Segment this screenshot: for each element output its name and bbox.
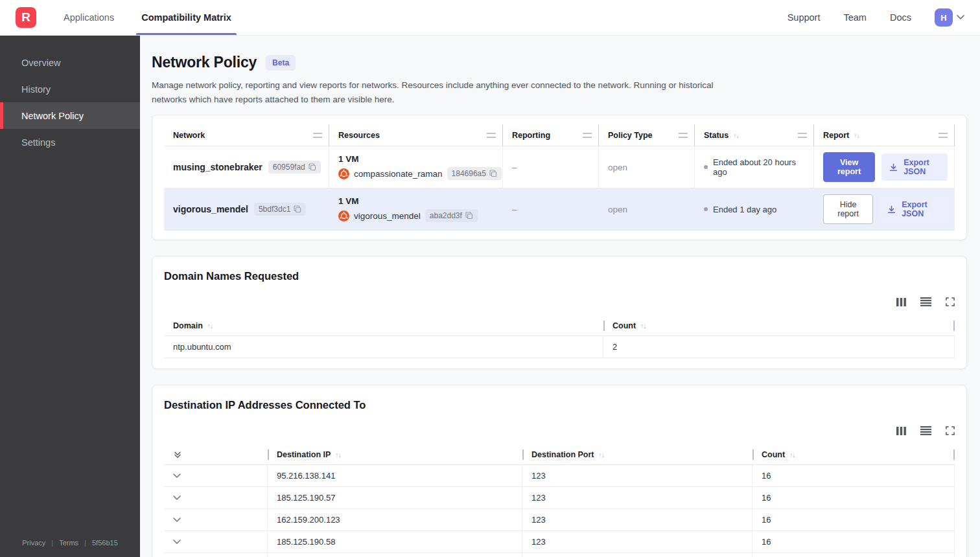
network-name: musing_stonebraker (173, 162, 262, 172)
column-header-reporting[interactable]: Reporting (503, 124, 599, 146)
destinations-table-body: 95.216.138.141 123 16 185.125.190.57 123… (164, 465, 955, 557)
columns-icon[interactable] (896, 298, 906, 306)
sort-icon[interactable]: ↑↓ (789, 451, 795, 459)
chevron-down-icon[interactable] (173, 473, 181, 479)
sidebar: Overview History Network Policy Settings… (0, 36, 140, 557)
copy-icon[interactable] (465, 212, 473, 220)
columns-icon[interactable] (896, 427, 906, 435)
domains-table-header: Domain ↑↓ Count ↑↓ (164, 316, 955, 336)
column-label: Policy Type (608, 131, 653, 140)
sort-icon[interactable]: ↑↓ (854, 131, 859, 139)
fullscreen-icon[interactable] (946, 426, 955, 435)
page-description: Manage network policy, reporting and vie… (152, 78, 722, 106)
chevron-down-icon (957, 15, 964, 20)
count-cell: 16 (752, 531, 955, 552)
column-header-report[interactable]: Report ↑↓ (814, 124, 955, 146)
column-drag-handle-icon[interactable] (939, 133, 948, 138)
resources-count: 1 VM (338, 196, 359, 206)
copy-icon[interactable] (489, 170, 497, 177)
network-row: musing_stonebraker 60959fad 1 VM compass… (164, 146, 955, 188)
tab-applications[interactable]: Applications (64, 0, 114, 35)
row-expander[interactable] (164, 465, 268, 486)
chevron-down-icon[interactable] (173, 517, 181, 523)
terms-link[interactable]: Terms (59, 539, 78, 547)
sort-icon[interactable]: ↑↓ (335, 451, 341, 459)
row-expander[interactable] (164, 487, 268, 508)
column-header-policy-type[interactable]: Policy Type (599, 124, 695, 146)
view-report-button[interactable]: View report (823, 152, 875, 182)
column-drag-handle-icon[interactable] (313, 133, 322, 138)
destination-ip-cell: 185.125.190.58 (268, 531, 522, 552)
row-expander[interactable] (164, 553, 268, 557)
user-menu[interactable]: H (935, 8, 964, 27)
destination-row: 95.216.100.21 123 16 (164, 553, 955, 557)
sidebar-item-network-policy[interactable]: Network Policy (0, 102, 140, 129)
sidebar-item-settings[interactable]: Settings (0, 129, 140, 155)
sort-icon[interactable]: ↑↓ (640, 322, 646, 330)
row-expander[interactable] (164, 531, 268, 552)
privacy-link[interactable]: Privacy (22, 539, 45, 547)
app-logo[interactable]: R (16, 7, 36, 28)
destination-port-cell: 123 (522, 465, 752, 486)
export-json-button[interactable]: Export JSON (881, 153, 948, 181)
status-dot (704, 165, 708, 169)
column-drag-handle-icon[interactable] (583, 133, 592, 138)
export-json-button[interactable]: Export JSON (880, 196, 948, 223)
fullscreen-icon[interactable] (946, 297, 955, 306)
network-id-badge[interactable]: 5bdf3dc1 (254, 203, 306, 216)
rows-icon[interactable] (920, 426, 931, 435)
status-text: Ended about 20 hours ago (713, 157, 807, 177)
column-drag-handle-icon[interactable] (679, 133, 688, 138)
column-drag-handle-icon[interactable] (798, 133, 807, 138)
sort-icon[interactable]: ↑↓ (733, 131, 739, 139)
column-header-resources[interactable]: Resources (329, 124, 503, 146)
resource-id: aba2dd3f (430, 211, 462, 220)
network-name: vigorous_mendel (173, 204, 248, 214)
copy-icon[interactable] (294, 205, 301, 213)
column-header-domain[interactable]: Domain ↑↓ (164, 316, 603, 335)
sidebar-item-history[interactable]: History (0, 76, 140, 102)
column-header-destination-port[interactable]: Destination Port ↑↓ (522, 445, 752, 464)
expand-all-header[interactable] (164, 445, 268, 464)
column-label: Destination Port (531, 450, 594, 459)
export-json-label: Export JSON (904, 158, 940, 176)
column-label: Reporting (512, 131, 550, 140)
link-docs[interactable]: Docs (890, 12, 911, 23)
column-drag-handle-icon[interactable] (487, 133, 496, 138)
card-title: Domain Names Requested (164, 270, 955, 282)
column-header-count[interactable]: Count ↑↓ (752, 445, 955, 464)
sort-icon[interactable]: ↑↓ (599, 451, 605, 459)
rows-icon[interactable] (920, 297, 931, 306)
copy-icon[interactable] (309, 163, 316, 171)
double-chevron-down-icon[interactable] (173, 450, 182, 459)
page-title: Network Policy (152, 54, 257, 71)
destination-port-cell: 123 (522, 531, 752, 552)
top-navigation-bar: R Applications Compatibility Matrix Supp… (0, 0, 980, 36)
chevron-down-icon[interactable] (173, 540, 181, 545)
download-icon (889, 163, 898, 172)
tab-compatibility-matrix[interactable]: Compatibility Matrix (141, 0, 231, 35)
status-text: Ended 1 day ago (713, 205, 776, 214)
chevron-down-icon[interactable] (173, 495, 181, 501)
avatar[interactable]: H (935, 8, 953, 27)
row-expander[interactable] (164, 509, 268, 530)
column-header-count[interactable]: Count ↑↓ (603, 316, 955, 335)
domain-names-card: Domain Names Requested Domain ↑↓ Count ↑… (152, 256, 967, 369)
hide-report-button[interactable]: Hide report (823, 194, 873, 224)
column-header-network[interactable]: Network (164, 124, 329, 146)
link-support[interactable]: Support (788, 12, 821, 23)
network-id-badge[interactable]: 60959fad (268, 161, 321, 174)
column-header-status[interactable]: Status ↑↓ (695, 124, 814, 146)
column-label: Report (823, 131, 849, 140)
link-team[interactable]: Team (843, 12, 866, 23)
policy-type-cell: open (599, 146, 695, 188)
column-header-destination-ip[interactable]: Destination IP ↑↓ (268, 445, 522, 464)
policy-type-cell: open (599, 188, 695, 230)
resource-id-badge[interactable]: 184696a5 (447, 167, 502, 180)
resource-id-badge[interactable]: aba2dd3f (425, 209, 478, 222)
networks-table-header: Network Resources Reporting Policy Type … (164, 124, 955, 146)
main-content: Network Policy Beta Manage network polic… (140, 36, 980, 557)
ubuntu-icon (338, 168, 349, 179)
sort-icon[interactable]: ↑↓ (207, 322, 213, 330)
sidebar-item-overview[interactable]: Overview (0, 49, 140, 76)
